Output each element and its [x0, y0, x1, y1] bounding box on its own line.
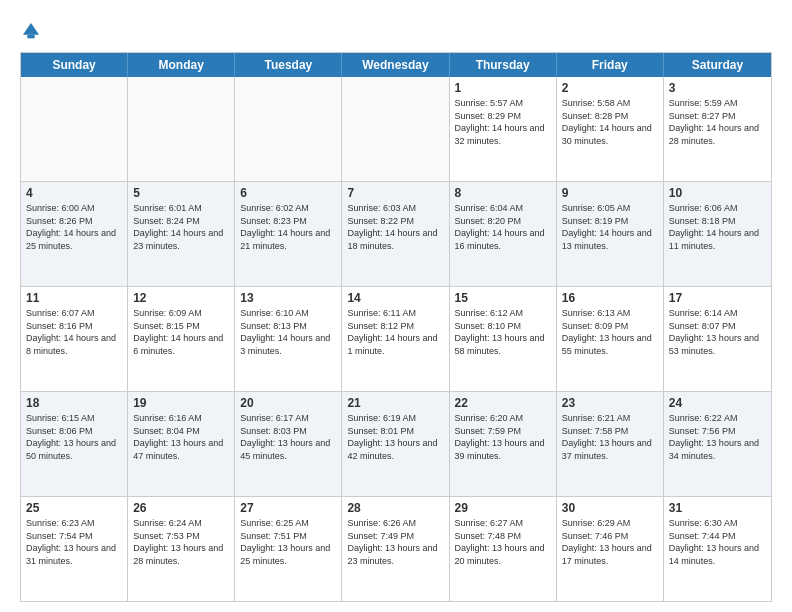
cell-info: Sunrise: 6:22 AM Sunset: 7:56 PM Dayligh…: [669, 412, 766, 462]
day-number: 19: [133, 396, 229, 410]
day-cell-4: 4Sunrise: 6:00 AM Sunset: 8:26 PM Daylig…: [21, 182, 128, 286]
day-cell-6: 6Sunrise: 6:02 AM Sunset: 8:23 PM Daylig…: [235, 182, 342, 286]
cell-info: Sunrise: 6:20 AM Sunset: 7:59 PM Dayligh…: [455, 412, 551, 462]
cell-info: Sunrise: 6:23 AM Sunset: 7:54 PM Dayligh…: [26, 517, 122, 567]
day-number: 7: [347, 186, 443, 200]
day-cell-5: 5Sunrise: 6:01 AM Sunset: 8:24 PM Daylig…: [128, 182, 235, 286]
day-number: 3: [669, 81, 766, 95]
logo: [20, 20, 45, 42]
calendar-row-4: 25Sunrise: 6:23 AM Sunset: 7:54 PM Dayli…: [21, 496, 771, 601]
calendar-header: SundayMondayTuesdayWednesdayThursdayFrid…: [21, 53, 771, 77]
cell-info: Sunrise: 6:11 AM Sunset: 8:12 PM Dayligh…: [347, 307, 443, 357]
day-number: 30: [562, 501, 658, 515]
day-cell-31: 31Sunrise: 6:30 AM Sunset: 7:44 PM Dayli…: [664, 497, 771, 601]
day-cell-22: 22Sunrise: 6:20 AM Sunset: 7:59 PM Dayli…: [450, 392, 557, 496]
cell-info: Sunrise: 6:25 AM Sunset: 7:51 PM Dayligh…: [240, 517, 336, 567]
day-cell-10: 10Sunrise: 6:06 AM Sunset: 8:18 PM Dayli…: [664, 182, 771, 286]
header-day-friday: Friday: [557, 53, 664, 77]
header-day-sunday: Sunday: [21, 53, 128, 77]
page: SundayMondayTuesdayWednesdayThursdayFrid…: [0, 0, 792, 612]
day-cell-15: 15Sunrise: 6:12 AM Sunset: 8:10 PM Dayli…: [450, 287, 557, 391]
empty-cell: [128, 77, 235, 181]
day-number: 11: [26, 291, 122, 305]
day-number: 31: [669, 501, 766, 515]
cell-info: Sunrise: 5:59 AM Sunset: 8:27 PM Dayligh…: [669, 97, 766, 147]
day-number: 17: [669, 291, 766, 305]
day-cell-20: 20Sunrise: 6:17 AM Sunset: 8:03 PM Dayli…: [235, 392, 342, 496]
day-cell-23: 23Sunrise: 6:21 AM Sunset: 7:58 PM Dayli…: [557, 392, 664, 496]
day-number: 20: [240, 396, 336, 410]
svg-rect-1: [27, 35, 34, 39]
svg-marker-0: [23, 23, 39, 35]
day-number: 9: [562, 186, 658, 200]
day-cell-28: 28Sunrise: 6:26 AM Sunset: 7:49 PM Dayli…: [342, 497, 449, 601]
cell-info: Sunrise: 6:10 AM Sunset: 8:13 PM Dayligh…: [240, 307, 336, 357]
day-number: 22: [455, 396, 551, 410]
header-day-tuesday: Tuesday: [235, 53, 342, 77]
cell-info: Sunrise: 6:17 AM Sunset: 8:03 PM Dayligh…: [240, 412, 336, 462]
cell-info: Sunrise: 6:24 AM Sunset: 7:53 PM Dayligh…: [133, 517, 229, 567]
cell-info: Sunrise: 5:57 AM Sunset: 8:29 PM Dayligh…: [455, 97, 551, 147]
empty-cell: [235, 77, 342, 181]
cell-info: Sunrise: 6:07 AM Sunset: 8:16 PM Dayligh…: [26, 307, 122, 357]
day-number: 14: [347, 291, 443, 305]
calendar-row-0: 1Sunrise: 5:57 AM Sunset: 8:29 PM Daylig…: [21, 77, 771, 181]
day-number: 28: [347, 501, 443, 515]
cell-info: Sunrise: 6:15 AM Sunset: 8:06 PM Dayligh…: [26, 412, 122, 462]
day-number: 18: [26, 396, 122, 410]
header-day-monday: Monday: [128, 53, 235, 77]
day-cell-18: 18Sunrise: 6:15 AM Sunset: 8:06 PM Dayli…: [21, 392, 128, 496]
day-number: 29: [455, 501, 551, 515]
header-day-saturday: Saturday: [664, 53, 771, 77]
day-cell-2: 2Sunrise: 5:58 AM Sunset: 8:28 PM Daylig…: [557, 77, 664, 181]
cell-info: Sunrise: 6:03 AM Sunset: 8:22 PM Dayligh…: [347, 202, 443, 252]
calendar-row-3: 18Sunrise: 6:15 AM Sunset: 8:06 PM Dayli…: [21, 391, 771, 496]
day-cell-12: 12Sunrise: 6:09 AM Sunset: 8:15 PM Dayli…: [128, 287, 235, 391]
day-cell-27: 27Sunrise: 6:25 AM Sunset: 7:51 PM Dayli…: [235, 497, 342, 601]
cell-info: Sunrise: 6:21 AM Sunset: 7:58 PM Dayligh…: [562, 412, 658, 462]
day-number: 6: [240, 186, 336, 200]
cell-info: Sunrise: 6:12 AM Sunset: 8:10 PM Dayligh…: [455, 307, 551, 357]
day-cell-29: 29Sunrise: 6:27 AM Sunset: 7:48 PM Dayli…: [450, 497, 557, 601]
cell-info: Sunrise: 6:02 AM Sunset: 8:23 PM Dayligh…: [240, 202, 336, 252]
calendar-row-2: 11Sunrise: 6:07 AM Sunset: 8:16 PM Dayli…: [21, 286, 771, 391]
day-number: 16: [562, 291, 658, 305]
day-cell-26: 26Sunrise: 6:24 AM Sunset: 7:53 PM Dayli…: [128, 497, 235, 601]
logo-icon: [20, 20, 42, 42]
day-number: 15: [455, 291, 551, 305]
cell-info: Sunrise: 6:00 AM Sunset: 8:26 PM Dayligh…: [26, 202, 122, 252]
cell-info: Sunrise: 6:05 AM Sunset: 8:19 PM Dayligh…: [562, 202, 658, 252]
day-number: 10: [669, 186, 766, 200]
day-cell-13: 13Sunrise: 6:10 AM Sunset: 8:13 PM Dayli…: [235, 287, 342, 391]
cell-info: Sunrise: 6:30 AM Sunset: 7:44 PM Dayligh…: [669, 517, 766, 567]
header: [20, 16, 772, 42]
day-number: 4: [26, 186, 122, 200]
cell-info: Sunrise: 6:04 AM Sunset: 8:20 PM Dayligh…: [455, 202, 551, 252]
day-cell-3: 3Sunrise: 5:59 AM Sunset: 8:27 PM Daylig…: [664, 77, 771, 181]
day-number: 24: [669, 396, 766, 410]
day-cell-14: 14Sunrise: 6:11 AM Sunset: 8:12 PM Dayli…: [342, 287, 449, 391]
empty-cell: [342, 77, 449, 181]
day-cell-1: 1Sunrise: 5:57 AM Sunset: 8:29 PM Daylig…: [450, 77, 557, 181]
cell-info: Sunrise: 6:09 AM Sunset: 8:15 PM Dayligh…: [133, 307, 229, 357]
cell-info: Sunrise: 6:13 AM Sunset: 8:09 PM Dayligh…: [562, 307, 658, 357]
day-number: 26: [133, 501, 229, 515]
cell-info: Sunrise: 6:27 AM Sunset: 7:48 PM Dayligh…: [455, 517, 551, 567]
calendar-row-1: 4Sunrise: 6:00 AM Sunset: 8:26 PM Daylig…: [21, 181, 771, 286]
day-number: 27: [240, 501, 336, 515]
day-number: 8: [455, 186, 551, 200]
cell-info: Sunrise: 6:14 AM Sunset: 8:07 PM Dayligh…: [669, 307, 766, 357]
cell-info: Sunrise: 6:16 AM Sunset: 8:04 PM Dayligh…: [133, 412, 229, 462]
day-number: 12: [133, 291, 229, 305]
cell-info: Sunrise: 6:19 AM Sunset: 8:01 PM Dayligh…: [347, 412, 443, 462]
day-cell-17: 17Sunrise: 6:14 AM Sunset: 8:07 PM Dayli…: [664, 287, 771, 391]
day-cell-8: 8Sunrise: 6:04 AM Sunset: 8:20 PM Daylig…: [450, 182, 557, 286]
day-number: 2: [562, 81, 658, 95]
day-cell-19: 19Sunrise: 6:16 AM Sunset: 8:04 PM Dayli…: [128, 392, 235, 496]
day-number: 5: [133, 186, 229, 200]
empty-cell: [21, 77, 128, 181]
day-number: 13: [240, 291, 336, 305]
header-day-thursday: Thursday: [450, 53, 557, 77]
calendar: SundayMondayTuesdayWednesdayThursdayFrid…: [20, 52, 772, 602]
day-number: 25: [26, 501, 122, 515]
